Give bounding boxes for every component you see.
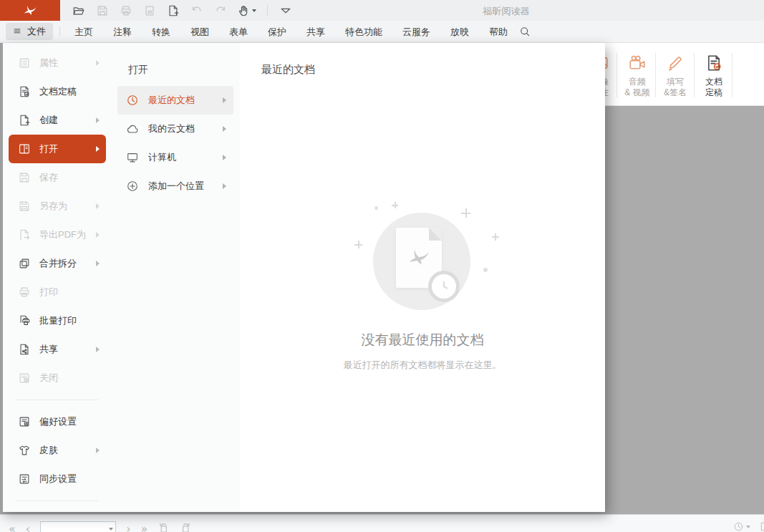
file-menu-item-关闭[interactable]: 关闭 bbox=[9, 364, 106, 392]
undo-icon bbox=[190, 4, 203, 17]
print-button[interactable] bbox=[119, 4, 133, 18]
tab-放映[interactable]: 放映 bbox=[440, 21, 479, 42]
empty-state-title: 没有最近使用的文档 bbox=[240, 331, 605, 349]
ribbon-item-label: 文档 bbox=[695, 77, 732, 87]
open-submenu-item-我的云文档[interactable]: 我的云文档 bbox=[117, 115, 233, 143]
tab-转换[interactable]: 转换 bbox=[142, 21, 180, 42]
tab-注释[interactable]: 注释 bbox=[103, 21, 142, 42]
tab-保护[interactable]: 保护 bbox=[258, 21, 296, 42]
doc-settings-icon bbox=[18, 415, 31, 428]
ribbon-item[interactable]: 填写&签名 bbox=[657, 52, 694, 98]
tshirt-icon bbox=[18, 444, 31, 457]
statusbar: «‹›» bbox=[0, 514, 764, 532]
tab-云服务[interactable]: 云服务 bbox=[392, 21, 440, 42]
rotate-left-button[interactable] bbox=[158, 522, 170, 532]
submenu-arrow-icon bbox=[223, 97, 226, 103]
open-submenu-item-最近的文档[interactable]: 最近的文档 bbox=[117, 86, 233, 115]
tab-主页[interactable]: 主页 bbox=[64, 21, 103, 42]
ribbon-item[interactable]: 音频& 视频 bbox=[619, 52, 656, 98]
file-menu-item-另存为[interactable]: 另存为 bbox=[9, 192, 106, 221]
ribbon-group-separator bbox=[616, 53, 617, 97]
tab-表单[interactable]: 表单 bbox=[219, 21, 258, 42]
redo-button[interactable] bbox=[213, 4, 228, 18]
undo-button[interactable] bbox=[190, 4, 204, 18]
export-button[interactable] bbox=[142, 4, 157, 18]
submenu-arrow-icon bbox=[96, 347, 100, 352]
add-location-icon bbox=[126, 180, 139, 193]
customize-quick-access-button[interactable] bbox=[279, 4, 293, 18]
file-menu-item-保存[interactable]: 保存 bbox=[9, 163, 106, 192]
prev-page-button[interactable]: ‹ bbox=[26, 523, 30, 532]
file-menu-item-皮肤[interactable]: 皮肤 bbox=[9, 436, 106, 465]
search-button[interactable] bbox=[519, 26, 531, 37]
properties-icon bbox=[18, 57, 31, 69]
file-menu-item-共享[interactable]: 共享 bbox=[9, 335, 106, 364]
tab-特色功能[interactable]: 特色功能 bbox=[335, 21, 392, 42]
file-menu-button[interactable]: 文件 bbox=[6, 23, 53, 40]
sparkle-plus bbox=[354, 241, 362, 248]
file-menu-item-文档定稿[interactable]: 文档定稿 bbox=[9, 77, 106, 106]
ribbon-item-label: 音频 bbox=[619, 77, 656, 87]
ribbon-item[interactable]: 文档定稿 bbox=[695, 52, 732, 98]
file-menu-item-label: 皮肤 bbox=[39, 444, 58, 457]
dropdown-caret-icon bbox=[746, 526, 750, 528]
hand-tool-button[interactable] bbox=[237, 4, 256, 18]
file-menu-item-打开[interactable]: 打开 bbox=[9, 135, 106, 163]
floppy-icon bbox=[18, 171, 31, 184]
tab-视图[interactable]: 视图 bbox=[180, 21, 219, 42]
submenu-arrow-icon bbox=[223, 126, 226, 132]
doc-share-icon bbox=[18, 343, 31, 356]
ribbon-item-label: & 视频 bbox=[619, 87, 656, 98]
open-submenu-item-添加一个位置[interactable]: 添加一个位置 bbox=[117, 172, 233, 200]
clock-icon bbox=[733, 521, 744, 532]
nabla-icon bbox=[279, 4, 292, 17]
file-menu-item-label: 创建 bbox=[39, 114, 58, 127]
reading-timer-button[interactable] bbox=[733, 521, 750, 532]
first-page-button[interactable]: « bbox=[9, 523, 16, 532]
last-page-button[interactable]: » bbox=[141, 523, 148, 532]
file-menu-item-同步设置[interactable]: 同步设置 bbox=[9, 465, 106, 493]
quick-access-toolbar bbox=[72, 4, 293, 18]
submenu-arrow-icon bbox=[223, 155, 226, 160]
file-menu-item-合并拆分[interactable]: 合并拆分 bbox=[9, 249, 106, 278]
dropdown-caret-icon bbox=[252, 9, 256, 12]
new-document-button[interactable] bbox=[166, 4, 180, 18]
open-submenu-item-label: 添加一个位置 bbox=[148, 180, 204, 193]
folder-open-icon bbox=[72, 4, 85, 17]
save-button[interactable] bbox=[95, 4, 110, 18]
submenu-arrow-icon bbox=[96, 203, 100, 209]
tab-帮助[interactable]: 帮助 bbox=[479, 21, 518, 42]
file-menu-item-属性[interactable]: 属性 bbox=[9, 49, 106, 77]
page-number-combobox[interactable] bbox=[40, 521, 116, 532]
doc-check-icon bbox=[695, 52, 732, 74]
sparkle-plus bbox=[461, 208, 470, 218]
page-layout-button[interactable] bbox=[759, 521, 764, 532]
next-page-button[interactable]: › bbox=[126, 523, 130, 532]
file-menu-item-批量打印[interactable]: 批量打印 bbox=[9, 306, 106, 335]
floppy-save-as-icon bbox=[18, 200, 31, 213]
tab-共享[interactable]: 共享 bbox=[296, 21, 335, 42]
floppy-icon bbox=[96, 4, 109, 17]
menubar: 文件 主页注释转换视图表单保护共享特色功能云服务放映帮助 bbox=[0, 21, 764, 43]
page-number-input[interactable] bbox=[40, 521, 116, 532]
page-thumb-icon bbox=[759, 521, 764, 532]
open-submenu-item-计算机[interactable]: 计算机 bbox=[117, 143, 233, 172]
file-menu-item-label: 打开 bbox=[39, 142, 58, 155]
file-menu-label: 文件 bbox=[27, 25, 46, 38]
ribbon-item-label: 定稿 bbox=[695, 87, 732, 98]
rotate-right-button[interactable] bbox=[180, 522, 192, 532]
ribbon-group-separator bbox=[694, 53, 695, 97]
file-menu-item-打印[interactable]: 打印 bbox=[9, 278, 106, 306]
ribbon-tabs: 主页注释转换视图表单保护共享特色功能云服务放映帮助 bbox=[64, 21, 518, 42]
submenu-arrow-icon bbox=[96, 448, 100, 453]
open-submenu-item-label: 我的云文档 bbox=[148, 122, 195, 135]
file-menu-item-label: 打印 bbox=[39, 286, 58, 299]
file-menu-item-创建[interactable]: 创建 bbox=[9, 106, 106, 135]
open-file-button[interactable] bbox=[72, 4, 86, 18]
recent-documents-panel: 最近的文档 没有最近使用的文档 最近打开的所有文档都将显示在这里。 bbox=[240, 43, 605, 512]
file-menu-panel: 属性文档定稿创建打开保存另存为导出PDF为合并拆分打印批量打印共享关闭偏好设置皮… bbox=[0, 43, 605, 512]
doc-plus-icon bbox=[167, 4, 180, 17]
file-menu-item-导出PDF为[interactable]: 导出PDF为 bbox=[9, 221, 106, 249]
file-menu-item-label: 保存 bbox=[39, 171, 58, 184]
file-menu-item-偏好设置[interactable]: 偏好设置 bbox=[9, 407, 106, 436]
